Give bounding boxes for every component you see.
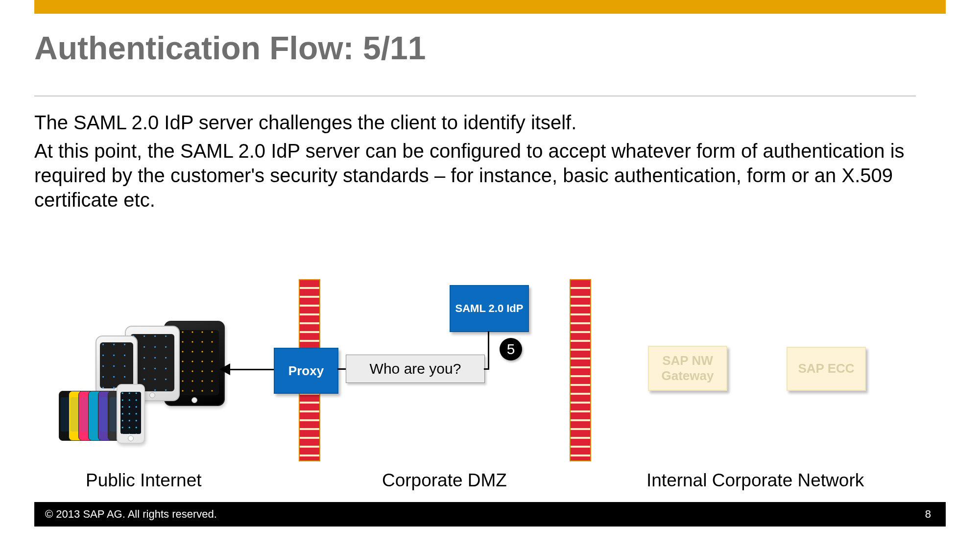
slide: Authentication Flow: 5/11 The SAML 2.0 I… (34, 0, 946, 551)
proxy-node: Proxy (274, 348, 338, 394)
saml-idp-label: SAML 2.0 IdP (455, 302, 524, 315)
connector-saml-down (488, 331, 489, 368)
phone-front-icon (117, 384, 145, 444)
connector-to-message (484, 368, 489, 370)
saml-idp-node: SAML 2.0 IdP (450, 285, 529, 332)
nw-gateway-label: SAP NW Gateway (649, 353, 726, 383)
connector-msg-to-proxy (337, 368, 346, 370)
footer-bar: © 2013 SAP AG. All rights reserved. 8 (34, 502, 946, 527)
challenge-message-text: Who are you? (370, 360, 461, 377)
nw-gateway-node: SAP NW Gateway (648, 346, 727, 391)
page-number: 8 (925, 508, 931, 521)
architecture-diagram: Proxy SAML 2.0 IdP SAP NW Gateway SAP EC… (34, 264, 916, 475)
zone-internal-network: Internal Corporate Network (646, 470, 864, 491)
client-devices-icon (49, 318, 225, 431)
ecc-node: SAP ECC (787, 347, 866, 391)
accent-bar (34, 0, 946, 14)
body-text: The SAML 2.0 IdP server challenges the c… (34, 110, 911, 216)
proxy-label: Proxy (288, 363, 324, 379)
firewall-2-icon (570, 279, 591, 461)
ecc-label: SAP ECC (798, 361, 854, 376)
body-paragraph-1: The SAML 2.0 IdP server challenges the c… (34, 110, 911, 135)
arrow-to-client-icon (219, 363, 230, 375)
page-title: Authentication Flow: 5/11 (34, 29, 426, 67)
phones-icon (59, 377, 142, 441)
step-number: 5 (507, 341, 515, 358)
title-divider (34, 96, 916, 96)
connector-proxy-to-client (229, 369, 274, 370)
copyright-text: © 2013 SAP AG. All rights reserved. (45, 508, 217, 521)
body-paragraph-2: At this point, the SAML 2.0 IdP server c… (34, 139, 911, 212)
zone-public-internet: Public Internet (86, 470, 202, 491)
zone-corporate-dmz: Corporate DMZ (382, 470, 507, 491)
challenge-message: Who are you? (346, 355, 485, 383)
step-number-badge: 5 (500, 338, 522, 360)
